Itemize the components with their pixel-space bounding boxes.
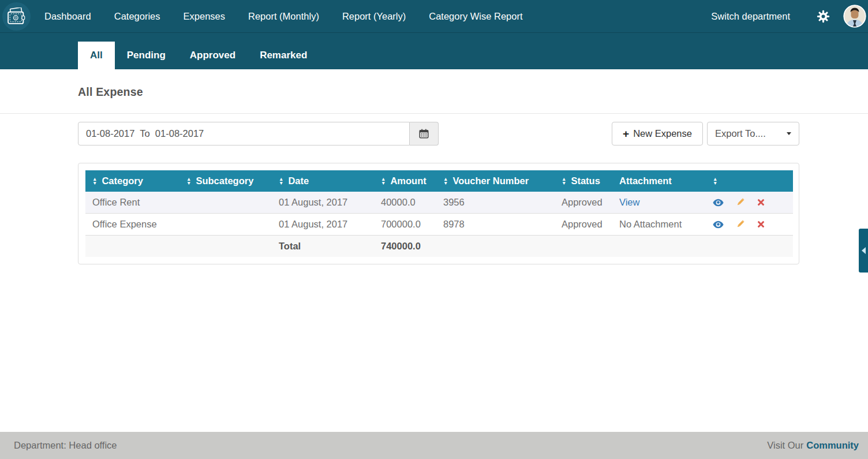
table-header-row: ▲▼Category ▲▼Subcategory ▲▼Date ▲▼Amount… — [85, 170, 793, 192]
date-range-group — [78, 122, 439, 145]
brand-logo[interactable] — [0, 0, 32, 32]
export-label: Export To.... — [715, 128, 766, 139]
column-header-date[interactable]: ▲▼Date — [272, 170, 374, 192]
cell-attachment: View — [612, 192, 706, 214]
nav-item-report-yearly[interactable]: Report (Yearly) — [331, 0, 417, 32]
department-label: Department: Head office — [14, 440, 117, 451]
tab-pending[interactable]: Pending — [115, 42, 178, 69]
cell-status: Approved — [555, 214, 612, 236]
cell-empty — [85, 236, 179, 258]
tab-approved[interactable]: Approved — [178, 42, 248, 69]
nav-item-expenses[interactable]: Expenses — [172, 0, 237, 32]
sort-icon: ▲▼ — [186, 177, 191, 185]
eye-icon — [713, 199, 724, 207]
cell-empty — [555, 236, 612, 258]
plus-icon: + — [623, 128, 629, 139]
cell-date: 01 August, 2017 — [272, 192, 374, 214]
cell-voucher: 8978 — [436, 214, 555, 236]
table-row: Office Rent 01 August, 2017 40000.0 3956… — [85, 192, 793, 214]
sort-icon: ▲▼ — [279, 177, 283, 185]
main-content: + New Expense Export To.... ▲▼Category — [0, 114, 868, 264]
column-header-status[interactable]: ▲▼Status — [555, 170, 612, 192]
cell-empty — [179, 236, 272, 258]
eye-icon — [713, 221, 724, 229]
view-details-button[interactable] — [713, 221, 724, 229]
sort-icon: ▲▼ — [92, 177, 97, 185]
table-row: Office Expense 01 August, 2017 700000.0 … — [85, 214, 793, 236]
cell-date: 01 August, 2017 — [272, 214, 374, 236]
cell-status: Approved — [555, 192, 612, 214]
cell-voucher: 3956 — [436, 192, 555, 214]
sort-icon: ▲▼ — [443, 177, 448, 185]
community-link[interactable]: Community — [806, 440, 859, 450]
cell-empty — [436, 236, 555, 258]
chevron-down-icon — [787, 132, 791, 135]
cell-actions — [706, 214, 793, 236]
calendar-icon — [419, 129, 429, 139]
cell-actions — [706, 192, 793, 214]
cell-attachment: No Attachment — [612, 214, 706, 236]
total-label: Total — [272, 236, 374, 258]
sort-icon: ▲▼ — [381, 177, 386, 185]
sidebar-slide-handle[interactable] — [859, 229, 868, 273]
chevron-left-icon — [862, 247, 866, 254]
page-footer: Department: Head office Visit OurCommuni… — [0, 432, 868, 459]
gear-icon[interactable] — [817, 10, 830, 23]
new-expense-button[interactable]: + New Expense — [612, 122, 703, 145]
export-dropdown[interactable]: Export To.... — [707, 122, 799, 145]
cell-amount: 40000.0 — [374, 192, 436, 214]
user-avatar[interactable] — [843, 5, 866, 28]
calendar-button[interactable] — [410, 122, 439, 145]
date-range-input[interactable] — [78, 122, 410, 145]
table-total-row: Total 740000.0 — [85, 236, 793, 258]
delete-x-icon[interactable] — [757, 198, 765, 207]
top-navbar: Dashboard Categories Expenses Report (Mo… — [0, 0, 868, 32]
visit-our-text: Visit Our — [767, 440, 803, 450]
column-header-subcategory[interactable]: ▲▼Subcategory — [179, 170, 272, 192]
nav-menu: Dashboard Categories Expenses Report (Mo… — [33, 0, 534, 32]
wallet-icon — [2, 2, 31, 31]
nav-item-report-monthly[interactable]: Report (Monthly) — [237, 0, 331, 32]
cell-empty — [612, 236, 706, 258]
expense-table-panel: ▲▼Category ▲▼Subcategory ▲▼Date ▲▼Amount… — [78, 163, 799, 264]
navbar-right: Switch department — [711, 5, 868, 28]
nav-item-category-wise-report[interactable]: Category Wise Report — [417, 0, 534, 32]
status-tabbar: All Pending Approved Remarked — [0, 32, 868, 69]
view-details-button[interactable] — [713, 199, 724, 207]
cell-amount: 700000.0 — [374, 214, 436, 236]
view-attachment-link[interactable]: View — [619, 197, 639, 207]
cell-empty — [706, 236, 793, 258]
nav-item-categories[interactable]: Categories — [103, 0, 172, 32]
column-header-voucher-number[interactable]: ▲▼Voucher Number — [436, 170, 555, 192]
column-header-attachment: Attachment — [612, 170, 706, 192]
tab-all[interactable]: All — [78, 42, 115, 69]
title-section: All Expense — [0, 69, 868, 114]
cell-subcategory — [179, 214, 272, 236]
edit-pencil-icon[interactable] — [735, 197, 745, 207]
cell-category: Office Expense — [85, 214, 179, 236]
column-header-actions[interactable]: ▲▼ — [706, 170, 793, 192]
cell-subcategory — [179, 192, 272, 214]
column-header-category[interactable]: ▲▼Category — [85, 170, 179, 192]
edit-pencil-icon[interactable] — [735, 219, 745, 229]
nav-item-dashboard[interactable]: Dashboard — [33, 0, 103, 32]
sort-icon: ▲▼ — [713, 177, 717, 185]
cell-category: Office Rent — [85, 192, 179, 214]
column-header-amount[interactable]: ▲▼Amount — [374, 170, 436, 192]
toolbar-buttons: + New Expense Export To.... — [612, 122, 799, 145]
sort-icon: ▲▼ — [562, 177, 566, 185]
footer-right: Visit OurCommunity — [767, 440, 859, 451]
page-title: All Expense — [78, 69, 868, 113]
total-amount: 740000.0 — [374, 236, 436, 258]
new-expense-label: New Expense — [633, 128, 692, 139]
toolbar: + New Expense Export To.... — [78, 122, 799, 145]
switch-department-link[interactable]: Switch department — [711, 11, 790, 22]
tab-remarked[interactable]: Remarked — [248, 42, 319, 69]
expense-table: ▲▼Category ▲▼Subcategory ▲▼Date ▲▼Amount… — [85, 170, 793, 257]
delete-x-icon[interactable] — [757, 220, 765, 229]
